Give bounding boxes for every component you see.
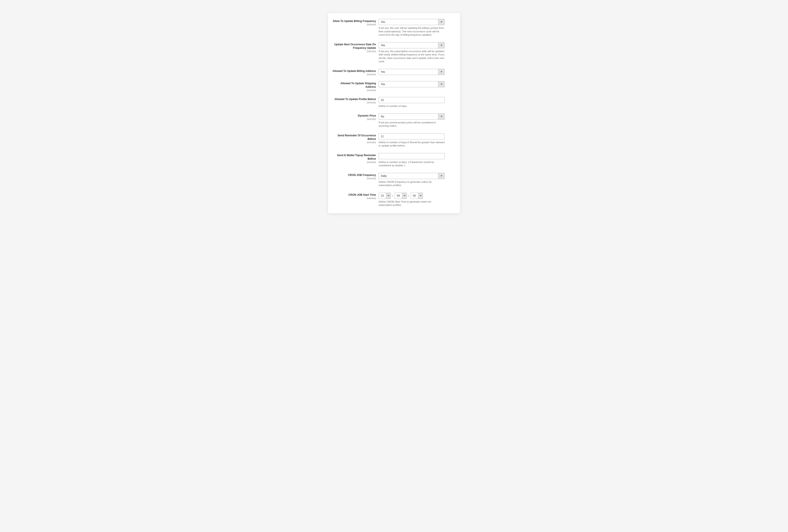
select-cron-minute[interactable]: 59: [395, 193, 407, 199]
control-col: Yes If set yes, the user will be updatin…: [379, 19, 456, 37]
field-scope: [website]: [332, 23, 376, 26]
chevron-down-icon: [438, 42, 444, 48]
field-label: Update Next Occurrence Date On Frequency…: [332, 43, 376, 50]
select-value: No: [379, 114, 438, 119]
select-value: Daily: [379, 173, 438, 179]
field-scope: [website]: [332, 118, 376, 120]
label-col: CRON JOB Start Time [website]: [332, 193, 379, 199]
field-scope: [website]: [332, 161, 376, 163]
field-dynamic-price: Dynamic Price [website] No If set yes cu…: [332, 114, 456, 128]
select-update-next-occurrence[interactable]: Yes: [379, 42, 445, 48]
help-text: If set yes current product price will be…: [379, 121, 445, 128]
time-group: 23 : 59 : 00: [379, 193, 456, 199]
help-text: Define in number of days.It Should be gr…: [379, 141, 445, 147]
help-text: Define in number of days. [ If blank/zer…: [379, 160, 445, 168]
field-scope: [website]: [332, 177, 376, 180]
select-cron-second[interactable]: 00: [411, 193, 423, 199]
chevron-down-icon: [438, 173, 444, 179]
field-scope: [website]: [332, 50, 376, 53]
field-label: Send Reminder Of Occurrence Before: [332, 134, 376, 141]
select-value: 00: [411, 193, 418, 199]
label-col: CRON JOB Frequency [website]: [332, 173, 379, 180]
control-col: No If set yes current product price will…: [379, 114, 456, 128]
select-value: 59: [395, 193, 402, 199]
field-scope: [website]: [332, 101, 376, 104]
field-scope: [website]: [332, 197, 376, 199]
label-col: Allowed To Update Billing Address [websi…: [332, 69, 379, 76]
control-col: Define in number of days: [379, 97, 456, 108]
chevron-down-icon: [418, 193, 422, 199]
help-text: If set yes, the subscription occurrence …: [379, 50, 445, 63]
control-col: Daily Define CRON Frequency to generate …: [379, 173, 456, 187]
field-cron-start-time: CRON JOB Start Time [website] 23 : 59: [332, 193, 456, 207]
help-text: Define CRON Frequency to generate orders…: [379, 180, 445, 187]
field-label: Allowed To Update Profile Before: [332, 97, 376, 101]
time-separator: :: [408, 194, 409, 197]
field-allow-update-billing-frequency: Allow To Update Billing Frequency [websi…: [332, 19, 456, 37]
chevron-down-icon: [438, 19, 444, 25]
field-scope: [website]: [332, 141, 376, 144]
field-scope: [website]: [332, 73, 376, 76]
label-col: Update Next Occurrence Date On Frequency…: [332, 42, 379, 53]
field-label: CRON JOB Frequency: [332, 173, 376, 177]
select-value: Yes: [379, 81, 438, 87]
select-cron-hour[interactable]: 23: [379, 193, 391, 199]
field-allowed-update-billing-address: Allowed To Update Billing Address [websi…: [332, 69, 456, 76]
field-label: CRON JOB Start Time: [332, 193, 376, 197]
field-allowed-update-shipping-address: Allowed To Update Shipping Address [webs…: [332, 81, 456, 92]
input-send-reminder-occurrence[interactable]: [379, 133, 445, 139]
select-value: Yes: [379, 19, 438, 25]
help-text: If set yes, the user will be updating th…: [379, 26, 445, 37]
field-update-next-occurrence: Update Next Occurrence Date On Frequency…: [332, 42, 456, 63]
time-separator: :: [392, 194, 393, 197]
select-dynamic-price[interactable]: No: [379, 114, 445, 120]
select-cron-frequency[interactable]: Daily: [379, 173, 445, 179]
control-col: Yes: [379, 69, 456, 75]
label-col: Send E-Wallet Topup Reminder Before [web…: [332, 153, 379, 163]
help-text: Define in number of days: [379, 104, 445, 108]
select-allowed-update-billing-address[interactable]: Yes: [379, 69, 445, 75]
help-text: Define CRON Start Time to generate order…: [379, 200, 445, 207]
field-label: Allow To Update Billing Frequency: [332, 19, 376, 23]
control-col: Yes If set yes, the subscription occurre…: [379, 42, 456, 63]
input-send-ewallet-reminder[interactable]: [379, 153, 445, 159]
field-cron-frequency: CRON JOB Frequency [website] Daily Defin…: [332, 173, 456, 187]
select-allowed-update-shipping-address[interactable]: Yes: [379, 81, 445, 87]
field-label: Dynamic Price: [332, 114, 376, 117]
field-allowed-update-profile-before: Allowed To Update Profile Before [websit…: [332, 97, 456, 108]
select-value: Yes: [379, 42, 438, 48]
chevron-down-icon: [438, 69, 444, 75]
control-col: Define in number of days.It Should be gr…: [379, 133, 456, 147]
field-label: Allowed To Update Shipping Address: [332, 82, 376, 88]
label-col: Dynamic Price [website]: [332, 114, 379, 120]
field-scope: [website]: [332, 89, 376, 92]
label-col: Allow To Update Billing Frequency [websi…: [332, 19, 379, 26]
label-col: Allowed To Update Shipping Address [webs…: [332, 81, 379, 92]
label-col: Allowed To Update Profile Before [websit…: [332, 97, 379, 104]
select-value: Yes: [379, 69, 438, 75]
control-col: 23 : 59 : 00: [379, 193, 456, 207]
control-col: Yes: [379, 81, 456, 87]
field-send-reminder-occurrence: Send Reminder Of Occurrence Before [webs…: [332, 133, 456, 147]
field-label: Allowed To Update Billing Address: [332, 69, 376, 73]
control-col: Define in number of days. [ If blank/zer…: [379, 153, 456, 168]
chevron-down-icon: [402, 193, 407, 199]
label-col: Send Reminder Of Occurrence Before [webs…: [332, 133, 379, 144]
settings-panel: Allow To Update Billing Frequency [websi…: [328, 13, 460, 213]
select-value: 23: [379, 193, 386, 199]
field-send-ewallet-reminder: Send E-Wallet Topup Reminder Before [web…: [332, 153, 456, 168]
input-allowed-update-profile-before[interactable]: [379, 97, 445, 103]
chevron-down-icon: [386, 193, 391, 199]
select-allow-update-billing-frequency[interactable]: Yes: [379, 19, 445, 25]
field-label: Send E-Wallet Topup Reminder Before: [332, 154, 376, 160]
chevron-down-icon: [438, 81, 444, 87]
chevron-down-icon: [438, 114, 444, 119]
